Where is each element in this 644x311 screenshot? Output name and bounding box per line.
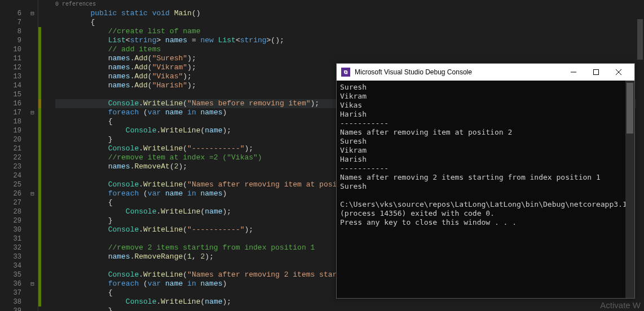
close-button[interactable]: [607, 64, 630, 81]
console-scrollbar[interactable]: [625, 81, 634, 298]
console-line: Harish: [340, 155, 631, 164]
activation-watermark: Activate W: [600, 300, 641, 310]
console-line: Vikas: [340, 101, 631, 110]
console-line: -----------: [340, 164, 631, 173]
code-lens-references[interactable]: 0 references: [55, 0, 644, 9]
console-titlebar[interactable]: ⧉ Microsoft Visual Studio Debug Console: [337, 64, 634, 81]
console-app-icon: ⧉: [341, 68, 350, 77]
code-line[interactable]: //create list of name: [55, 27, 644, 36]
code-line[interactable]: // add items: [55, 45, 644, 54]
editor-scrollbar-thumb[interactable]: [637, 19, 643, 60]
code-line[interactable]: Console.WriteLine(name);: [55, 297, 644, 306]
code-line[interactable]: List<string> names = new List<string>();: [55, 36, 644, 45]
svg-rect-1: [594, 70, 599, 75]
code-line[interactable]: {: [55, 18, 644, 27]
console-line: [340, 191, 631, 200]
code-line[interactable]: names.Add("Suresh");: [55, 54, 644, 63]
console-line: Vikram: [340, 146, 631, 155]
console-line: C:\Users\vks\source\repos\LatLong\LatLon…: [340, 200, 631, 218]
console-output[interactable]: SureshVikramVikasHarish-----------Names …: [337, 81, 634, 298]
code-line[interactable]: }: [55, 306, 644, 311]
minimize-button[interactable]: [562, 64, 585, 81]
console-line: Names after removing 2 items starting fr…: [340, 173, 631, 182]
fold-toggle[interactable]: ⊟: [27, 279, 38, 288]
code-line[interactable]: public static void Main(): [55, 9, 644, 18]
fold-toggle[interactable]: ⊟: [27, 9, 38, 18]
debug-console-window[interactable]: ⧉ Microsoft Visual Studio Debug Console …: [336, 63, 635, 299]
console-line: Names after removing item at position 2: [340, 128, 631, 137]
console-line: Press any key to close this window . . .: [340, 218, 631, 227]
fold-toggle[interactable]: ⊟: [27, 189, 38, 198]
console-line: Suresh: [340, 182, 631, 191]
line-number-gutter: 6789101112131415161718192021222324252627…: [0, 0, 27, 311]
console-line: Suresh: [340, 83, 631, 92]
console-scrollbar-thumb[interactable]: [627, 83, 633, 134]
console-line: Suresh: [340, 137, 631, 146]
console-line: -----------: [340, 119, 631, 128]
console-line: Vikram: [340, 92, 631, 101]
console-line: Harish: [340, 110, 631, 119]
console-title: Microsoft Visual Studio Debug Console: [355, 68, 562, 76]
maximize-button[interactable]: [585, 64, 607, 81]
fold-column[interactable]: ⊟⊟⊟⊟: [27, 0, 38, 311]
editor-scrollbar[interactable]: [636, 0, 644, 311]
fold-toggle[interactable]: ⊟: [27, 108, 38, 117]
